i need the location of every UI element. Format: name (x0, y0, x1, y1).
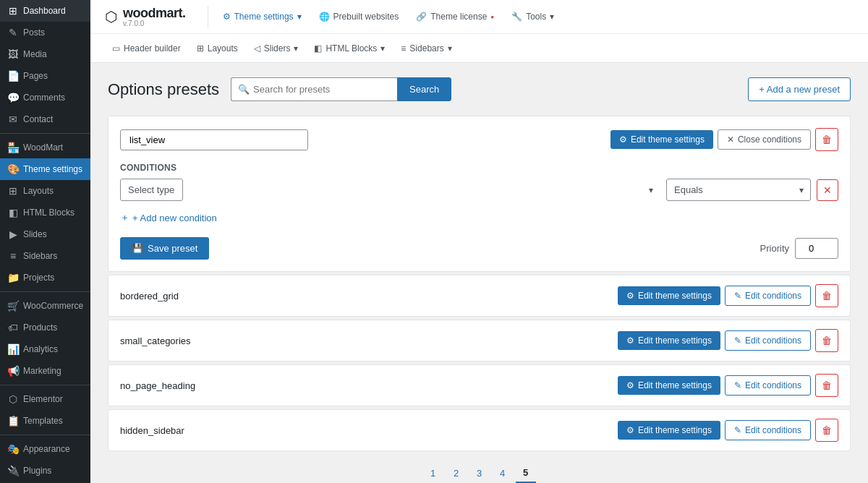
trash-icon: 🗑 (822, 424, 832, 436)
add-new-preset-button[interactable]: + Add a new preset (748, 77, 851, 101)
page-title: Options presets (108, 80, 219, 99)
select-type-wrap: Select type (120, 179, 660, 201)
sidebar-item-label: Projects (23, 273, 54, 283)
delete-preset-expanded-button[interactable]: 🗑 (815, 128, 838, 151)
sidebar-divider (0, 291, 90, 292)
preset-actions: ⚙ Edit theme settings ✎ Edit conditions … (618, 374, 838, 397)
topnav-theme-settings-btn[interactable]: ⚙ Theme settings ▾ (216, 8, 309, 25)
sidebar-item-plugins[interactable]: 🔌 Plugins (0, 460, 90, 482)
topnav-tools-btn[interactable]: 🔧 Tools ▾ (504, 8, 561, 25)
topnav-license-btn[interactable]: 🔗 Theme license ● (409, 8, 501, 25)
priority-label: Priority (760, 243, 789, 254)
close-conditions-button[interactable]: ✕ Close conditions (718, 129, 811, 150)
gear-icon: ⚙ (626, 335, 634, 346)
delete-preset-button[interactable]: 🗑 (815, 419, 838, 442)
sidebar-item-pages[interactable]: 📄 Pages (0, 65, 90, 87)
sidebar-item-woocommerce[interactable]: 🛒 WooCommerce (0, 295, 90, 317)
sidebars-nav-icon: ≡ (401, 43, 406, 54)
sidebar-item-templates[interactable]: 📋 Templates (0, 410, 90, 432)
topnav-layouts-btn[interactable]: ⊞ Layouts (190, 40, 245, 57)
page-5-link[interactable]: 5 (516, 463, 536, 483)
arrow-down-icon: ▾ (380, 43, 385, 54)
delete-preset-button[interactable]: 🗑 (815, 374, 838, 397)
edit-theme-settings-button[interactable]: ⚙ Edit theme settings (618, 376, 720, 395)
sidebar-item-contact[interactable]: ✉ Contact (0, 108, 90, 130)
sidebar-item-label: Analytics (23, 344, 58, 354)
logo-icon: ⬡ (105, 8, 117, 25)
preset-card-bordered-grid: bordered_grid ⚙ Edit theme settings ✎ Ed… (108, 275, 851, 317)
topnav-prebuilt-btn[interactable]: 🌐 Prebuilt websites (312, 8, 407, 25)
woodmart-icon: 🏪 (7, 142, 19, 153)
preset-actions: ⚙ Edit theme settings ✎ Edit conditions … (618, 419, 838, 442)
page-1-link[interactable]: 1 (423, 463, 443, 483)
edit-theme-settings-button[interactable]: ⚙ Edit theme settings (618, 331, 720, 350)
link-icon: 🔗 (416, 12, 427, 22)
plus-icon: ＋ (120, 211, 129, 224)
sidebar-item-dashboard[interactable]: ⊞ Dashboard (0, 0, 90, 22)
edit-conditions-button[interactable]: ✎ Edit conditions (725, 330, 811, 351)
preset-name: hidden_sidebar (120, 425, 610, 436)
delete-preset-button[interactable]: 🗑 (815, 329, 838, 352)
sidebar-item-label: Sidebars (23, 251, 57, 261)
sidebar-item-label: Posts (23, 27, 45, 38)
sidebar-item-html-blocks[interactable]: ◧ HTML Blocks (0, 202, 90, 223)
edit-conditions-button[interactable]: ✎ Edit conditions (725, 375, 811, 396)
expanded-preset-header: ⚙ Edit theme settings ✕ Close conditions… (120, 128, 838, 151)
sidebar-item-analytics[interactable]: 📊 Analytics (0, 338, 90, 360)
sidebar-item-slides[interactable]: ▶ Slides (0, 223, 90, 245)
nav-separator (208, 6, 208, 27)
sidebar-item-comments[interactable]: 💬 Comments (0, 87, 90, 108)
delete-preset-button[interactable]: 🗑 (815, 284, 838, 307)
save-preset-button[interactable]: 💾 Save preset (120, 237, 209, 260)
sidebar-item-label: Appearance (23, 444, 70, 454)
select-type-dropdown[interactable]: Select type (120, 179, 183, 201)
edit-theme-settings-button-expanded[interactable]: ⚙ Edit theme settings (610, 130, 713, 149)
gear-icon: ⚙ (619, 134, 627, 145)
arrow-down-icon: ▾ (297, 12, 302, 22)
page-4-link[interactable]: 4 (493, 463, 513, 483)
preset-footer: 💾 Save preset Priority (120, 237, 838, 260)
sidebar-item-sidebars[interactable]: ≡ Sidebars (0, 245, 90, 267)
search-input[interactable] (231, 77, 397, 101)
edit-theme-settings-button[interactable]: ⚙ Edit theme settings (618, 286, 720, 305)
topnav-html-blocks-btn[interactable]: ◧ HTML Blocks ▾ (307, 40, 392, 57)
sliders-icon: ◁ (254, 43, 260, 54)
equals-dropdown[interactable]: Equals (666, 179, 811, 201)
sidebar-item-posts[interactable]: ✎ Posts (0, 22, 90, 43)
sidebar-item-label: Slides (23, 229, 47, 239)
priority-input[interactable] (795, 238, 838, 259)
conditions-label: Conditions (120, 163, 838, 173)
page-2-link[interactable]: 2 (446, 463, 467, 483)
pencil-icon: ✎ (734, 335, 741, 346)
sidebar-item-products[interactable]: 🏷 Products (0, 317, 90, 338)
topnav-sidebars-btn[interactable]: ≡ Sidebars ▾ (393, 40, 459, 57)
products-icon: 🏷 (7, 322, 19, 333)
topnav-sliders-btn[interactable]: ◁ Sliders ▾ (247, 40, 306, 57)
sidebar-item-media[interactable]: 🖼 Media (0, 43, 90, 65)
gear-icon: ⚙ (626, 291, 634, 301)
page-3-link[interactable]: 3 (469, 463, 490, 483)
search-button[interactable]: Search (397, 77, 451, 101)
preset-row: hidden_sidebar ⚙ Edit theme settings ✎ E… (109, 410, 850, 450)
search-area: 🔍 Search (231, 77, 736, 101)
preset-name-input[interactable] (120, 129, 308, 150)
sidebar-item-elementor[interactable]: ⬡ Elementor (0, 388, 90, 410)
sidebar-item-woodmart[interactable]: 🏪 WoodMart (0, 137, 90, 158)
sidebar-item-layouts[interactable]: ⊞ Layouts (0, 180, 90, 202)
sidebar-item-marketing[interactable]: 📢 Marketing (0, 360, 90, 382)
delete-condition-button[interactable]: ✕ (817, 179, 838, 201)
edit-conditions-button[interactable]: ✎ Edit conditions (725, 286, 811, 306)
edit-conditions-button[interactable]: ✎ Edit conditions (725, 420, 811, 440)
search-icon: 🔍 (238, 84, 250, 95)
gear-icon: ⚙ (626, 380, 634, 390)
sidebar-divider (0, 133, 90, 134)
add-new-condition-button[interactable]: ＋ + Add new condition (120, 208, 217, 227)
edit-theme-settings-button[interactable]: ⚙ Edit theme settings (618, 421, 720, 440)
topnav-header-builder-btn[interactable]: ▭ Header builder (105, 40, 188, 57)
sidebar-item-projects[interactable]: 📁 Projects (0, 267, 90, 288)
layouts-icon: ⊞ (7, 185, 19, 197)
sidebar-item-label: Pages (23, 71, 48, 81)
sidebar-item-theme-settings[interactable]: 🎨 Theme settings (0, 158, 90, 180)
sidebar-item-appearance[interactable]: 🎭 Appearance (0, 438, 90, 460)
preset-card-small-categories: small_categories ⚙ Edit theme settings ✎… (108, 320, 851, 362)
